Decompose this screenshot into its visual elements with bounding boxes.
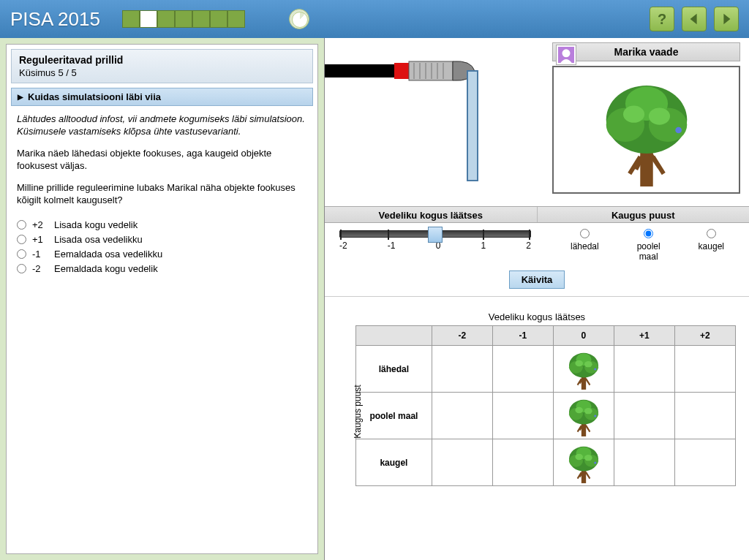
table-header-row: -2-10+1+2 — [356, 326, 736, 346]
table-col-header: +2 — [674, 326, 735, 346]
question-title: Reguleeritavad prillid — [19, 54, 305, 66]
device-illustration — [325, 38, 548, 206]
help-button[interactable]: ? — [650, 7, 674, 31]
distance-radio[interactable] — [580, 229, 590, 238]
distance-option[interactable]: lähedal — [571, 229, 599, 262]
answer-option[interactable]: -1 Eemaldada osa vedelikku — [17, 249, 307, 260]
table-col-header: 0 — [553, 326, 614, 346]
progress-box[interactable] — [140, 10, 157, 28]
chevron-right-icon: ▶ — [18, 93, 23, 101]
option-text: Lisada osa vedelikku — [54, 234, 143, 245]
run-button[interactable]: Käivita — [509, 270, 565, 289]
progress-box[interactable] — [157, 10, 175, 28]
timer-icon[interactable] — [289, 9, 309, 29]
option-num: -2 — [32, 263, 48, 274]
table-cell — [432, 393, 492, 439]
table-cell — [614, 439, 674, 486]
instruction-text: Lähtudes alltoodud infost, vii andmete k… — [7, 113, 317, 147]
option-text: Eemaldada kogu vedelik — [54, 263, 158, 274]
option-num: -1 — [32, 249, 48, 260]
table-cell — [492, 439, 553, 486]
svg-rect-12 — [409, 61, 453, 80]
table-title: Vedeliku kogus läätses — [334, 311, 740, 322]
answer-option[interactable]: -2 Eemaldada kogu vedelik — [17, 263, 307, 274]
progress-indicator — [122, 10, 245, 28]
next-button[interactable] — [714, 7, 739, 31]
progress-box[interactable] — [227, 10, 245, 28]
table-cell — [432, 346, 492, 393]
fluid-slider[interactable]: -2-1012 — [325, 223, 546, 265]
table-cell — [492, 346, 553, 393]
distance-radios: lähedal poolelmaal kaugel — [546, 223, 749, 265]
table-cell — [674, 439, 735, 486]
progress-box[interactable] — [122, 10, 140, 28]
slider-heading: Vedeliku kogus läätses — [325, 207, 537, 222]
table-cell — [553, 393, 614, 439]
results-table: -2-10+1+2 lähedalpoolel maalkaugel — [355, 325, 736, 486]
question-header: Reguleeritavad prillid Küsimus 5 / 5 — [11, 49, 313, 83]
table-cell — [674, 346, 735, 393]
svg-rect-19 — [467, 71, 478, 181]
view-title: Marika vaade — [614, 46, 679, 58]
table-cell — [614, 346, 674, 393]
table-cell — [674, 393, 735, 439]
table-col-header: +1 — [614, 326, 674, 346]
avatar — [556, 45, 576, 65]
slider-thumb[interactable] — [428, 227, 443, 243]
table-y-axis: Kaugus puust — [353, 385, 363, 438]
option-text: Eemaldada osa vedelikku — [54, 249, 162, 260]
answer-radio[interactable] — [17, 235, 26, 244]
answer-radio[interactable] — [17, 264, 26, 273]
distance-radio[interactable] — [707, 229, 716, 238]
answer-radio[interactable] — [17, 249, 26, 259]
app-logo: PISA 2015 — [10, 8, 100, 31]
table-row: poolel maal — [356, 393, 736, 439]
table-cell — [614, 393, 674, 439]
progress-box[interactable] — [210, 10, 227, 28]
slider-tick: -1 — [388, 241, 396, 251]
answer-options: +2 Lisada kogu vedelik +1 Lisada osa ved… — [7, 216, 317, 278]
table-row: kaugel — [356, 439, 736, 486]
accordion-label: Kuidas simulatsiooni läbi viia — [28, 91, 161, 102]
table-row-header: lähedal — [356, 346, 432, 393]
slider-tick: -2 — [339, 241, 347, 251]
results-area: Kaugus puust Vedeliku kogus läätses -2-1… — [325, 297, 749, 495]
distance-label: poolelmaal — [637, 241, 660, 262]
progress-box[interactable] — [175, 10, 192, 28]
table-row-header: kaugel — [356, 439, 432, 486]
simulation-panel: Marika vaade Vedeliku kogus läätses Kaug… — [324, 38, 749, 560]
distance-option[interactable]: poolelmaal — [637, 229, 660, 262]
question-subtitle: Küsimus 5 / 5 — [19, 67, 305, 78]
question-panel: Reguleeritavad prillid Küsimus 5 / 5 ▶ K… — [0, 38, 324, 560]
view-display — [552, 66, 740, 194]
option-text: Lisada kogu vedelik — [54, 219, 138, 230]
option-num: +2 — [32, 219, 48, 230]
distance-label: kaugel — [699, 241, 724, 251]
distance-heading: Kaugus puust — [537, 207, 750, 222]
table-row-header: poolel maal — [356, 393, 432, 439]
distance-radio[interactable] — [644, 229, 653, 238]
answer-option[interactable]: +1 Lisada osa vedelikku — [17, 234, 307, 245]
table-cell — [553, 439, 614, 486]
app-header: PISA 2015 ? — [0, 0, 749, 38]
distance-option[interactable]: kaugel — [699, 229, 724, 262]
option-num: +1 — [32, 234, 48, 245]
table-cell — [492, 393, 553, 439]
table-cell — [553, 346, 614, 393]
answer-option[interactable]: +2 Lisada kogu vedelik — [17, 219, 307, 230]
table-col-header: -1 — [492, 326, 553, 346]
slider-tick: 2 — [526, 241, 531, 251]
slider-tick: 1 — [481, 241, 486, 251]
table-row: lähedal — [356, 346, 736, 393]
accordion-instructions[interactable]: ▶ Kuidas simulatsiooni läbi viia — [11, 88, 313, 106]
svg-rect-10 — [325, 64, 394, 77]
question-para2: Milline prillide reguleerimine lubaks Ma… — [7, 181, 317, 216]
table-col-header: -2 — [432, 326, 492, 346]
question-para1: Marika näeb lähedasi objekte fookuses, a… — [7, 147, 317, 181]
prev-button[interactable] — [682, 7, 707, 31]
progress-box[interactable] — [192, 10, 210, 28]
answer-radio[interactable] — [17, 220, 26, 230]
distance-label: lähedal — [571, 241, 599, 251]
svg-rect-11 — [394, 63, 409, 79]
table-cell — [432, 439, 492, 486]
